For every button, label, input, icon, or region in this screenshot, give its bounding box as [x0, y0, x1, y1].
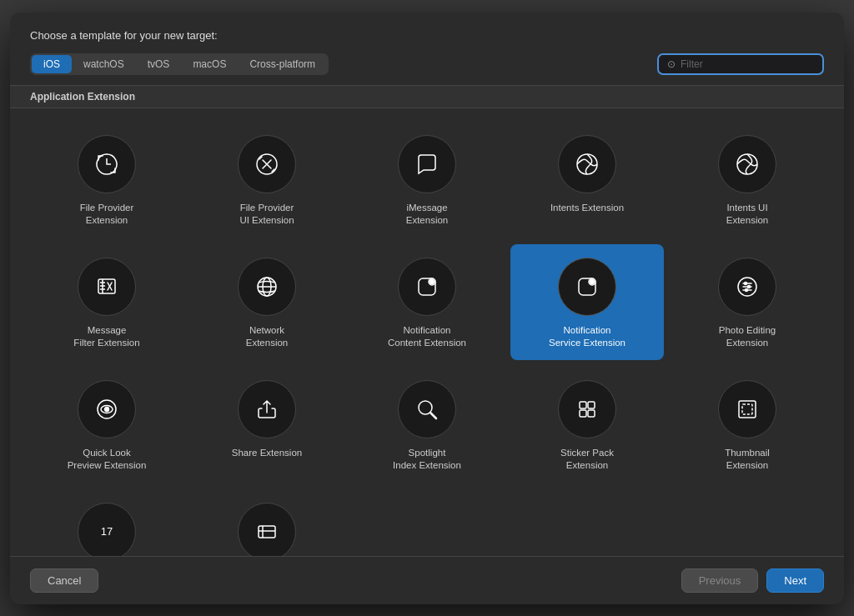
icon-intents-extension	[558, 135, 616, 193]
template-intents-extension[interactable]: Intents Extension	[510, 122, 664, 238]
platform-tabs: iOS watchOS tvOS macOS Cross-platform	[30, 53, 329, 75]
svg-rect-30	[739, 401, 756, 418]
icon-file-provider-ui-extension	[238, 135, 296, 193]
icon-spotlight-index-extension	[398, 380, 456, 438]
icon-notification-content-extension	[398, 258, 456, 316]
svg-text:17: 17	[101, 525, 113, 538]
template-label: SpotlightIndex Extension	[393, 447, 461, 473]
tabs-and-filter: iOS watchOS tvOS macOS Cross-platform ⊙	[30, 53, 824, 75]
icon-quick-look-preview-extension	[78, 380, 136, 438]
template-label: MessageFilter Extension	[73, 324, 139, 350]
filter-wrapper: ⊙	[657, 53, 824, 75]
svg-rect-26	[580, 402, 586, 408]
template-notification-content-extension[interactable]: NotificationContent Extension	[350, 244, 504, 360]
svg-rect-27	[588, 402, 595, 408]
tab-ios[interactable]: iOS	[32, 55, 72, 73]
template-file-provider-ui-extension[interactable]: File ProviderUI Extension	[190, 122, 344, 238]
filter-input[interactable]	[681, 58, 814, 70]
icon-photo-editing-extension	[718, 258, 776, 316]
svg-point-18	[745, 282, 747, 284]
template-spotlight-index-extension[interactable]: SpotlightIndex Extension	[350, 367, 504, 483]
previous-button[interactable]: Previous	[681, 568, 759, 593]
footer-right: Previous Next	[681, 568, 824, 593]
svg-point-10	[430, 279, 435, 283]
dialog-footer: Cancel Previous Next	[10, 556, 844, 604]
template-file-provider-extension[interactable]: File ProviderExtension	[30, 122, 183, 238]
next-button[interactable]: Next	[766, 568, 824, 593]
template-label: Quick LookPreview Extension	[68, 447, 147, 473]
icon-sticker-pack-extension	[558, 380, 616, 438]
template-label: NotificationService Extension	[549, 324, 625, 350]
template-network-extension[interactable]: NetworkExtension	[190, 244, 344, 360]
template-widget-extension[interactable]	[190, 489, 344, 556]
icon-message-filter-extension	[78, 258, 136, 316]
template-photo-editing-extension[interactable]: Photo EditingExtension	[671, 244, 824, 360]
template-quick-look-preview-extension[interactable]: Quick LookPreview Extension	[30, 367, 183, 483]
dialog-title: Choose a template for your new target:	[30, 29, 824, 42]
filter-icon: ⊙	[667, 58, 676, 70]
icon-thumbnail-extension	[718, 380, 776, 438]
template-label: Intents UIExtension	[726, 202, 769, 228]
template-dialog: Choose a template for your new target: i…	[10, 13, 844, 604]
icon-badge-17: 17	[78, 503, 136, 556]
svg-rect-31	[742, 404, 752, 414]
template-thumbnail-extension[interactable]: ThumbnailExtension	[671, 367, 824, 483]
template-imessage-extension[interactable]: iMessageExtension	[350, 122, 504, 238]
template-share-extension[interactable]: Share Extension	[190, 367, 344, 483]
template-label: iMessageExtension	[406, 202, 449, 228]
icon-network-extension	[238, 258, 296, 316]
template-badge-17[interactable]: 17	[30, 489, 183, 556]
section-header: Application Extension	[10, 85, 844, 108]
tab-watchos[interactable]: watchOS	[72, 55, 136, 73]
svg-rect-33	[259, 526, 275, 538]
svg-line-25	[430, 413, 436, 418]
template-sticker-pack-extension[interactable]: Sticker PackExtension	[510, 367, 664, 483]
template-label: Share Extension	[232, 447, 302, 460]
template-label: File ProviderExtension	[80, 202, 134, 228]
svg-point-23	[105, 407, 109, 411]
template-label: NetworkExtension	[246, 324, 289, 350]
svg-point-13	[590, 279, 595, 283]
tab-cross-platform[interactable]: Cross-platform	[238, 55, 327, 73]
template-notification-service-extension[interactable]: NotificationService Extension	[510, 244, 664, 360]
template-grid: File ProviderExtension File ProviderUI E…	[30, 122, 824, 556]
cancel-button[interactable]: Cancel	[30, 568, 98, 593]
tab-macos[interactable]: macOS	[181, 55, 238, 73]
svg-rect-28	[580, 410, 586, 417]
template-label: NotificationContent Extension	[388, 324, 466, 350]
tab-tvos[interactable]: tvOS	[136, 55, 182, 73]
icon-imessage-extension	[398, 135, 456, 193]
icon-file-provider-extension	[78, 135, 136, 193]
svg-point-19	[748, 285, 751, 288]
template-label: File ProviderUI Extension	[239, 202, 294, 228]
icon-intents-ui-extension	[718, 135, 776, 193]
template-label: Intents Extension	[550, 202, 624, 215]
template-label: Sticker PackExtension	[560, 447, 614, 473]
svg-point-20	[746, 288, 748, 291]
svg-rect-29	[588, 410, 595, 417]
content-area: File ProviderExtension File ProviderUI E…	[10, 108, 844, 556]
template-label: ThumbnailExtension	[725, 447, 770, 473]
template-intents-ui-extension[interactable]: Intents UIExtension	[671, 122, 824, 238]
icon-share-extension	[238, 380, 296, 438]
template-label: Photo EditingExtension	[719, 324, 776, 350]
dialog-header: Choose a template for your new target: i…	[10, 13, 844, 85]
template-message-filter-extension[interactable]: MessageFilter Extension	[30, 244, 183, 360]
icon-notification-service-extension	[558, 258, 616, 316]
icon-widget-extension	[238, 503, 296, 556]
